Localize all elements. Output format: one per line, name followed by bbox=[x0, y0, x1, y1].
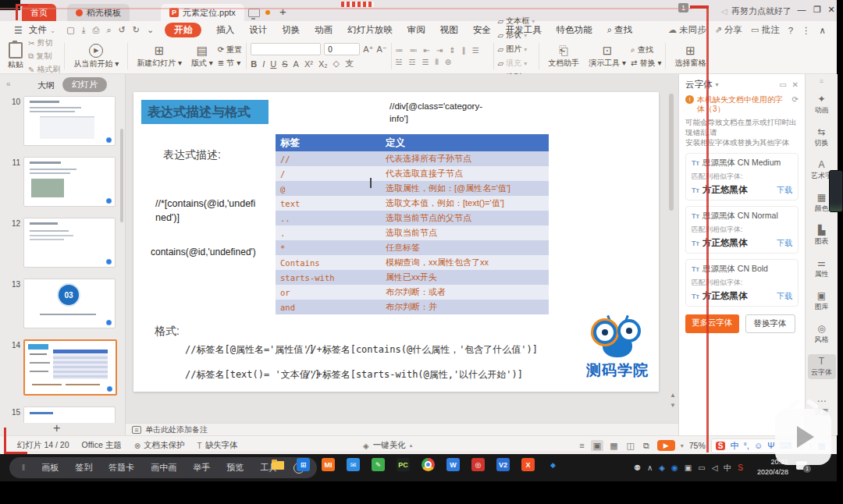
wps-icon[interactable]: W bbox=[446, 458, 460, 471]
screenrec-tray-icon[interactable]: ▣ bbox=[685, 463, 692, 472]
teaching-tool-button[interactable]: 答题卡 bbox=[108, 462, 134, 474]
canvas-scrollbar[interactable] bbox=[669, 94, 674, 211]
line-spacing-icon[interactable]: ⇕ bbox=[449, 46, 455, 55]
justify-icon[interactable]: ☰ bbox=[422, 58, 429, 67]
file-menu[interactable]: 文件 bbox=[29, 24, 47, 36]
xpath-example-text[interactable]: //*[contains(@id,'undefi ned')] bbox=[155, 197, 277, 225]
presentation-tools-button[interactable]: ⊡ 演示工具 ▾ bbox=[584, 41, 631, 72]
teaching-tool-button[interactable]: 举手 bbox=[193, 462, 210, 474]
teaching-tool-button[interactable]: 签到 bbox=[75, 462, 92, 474]
print-icon[interactable]: ⎙ bbox=[93, 25, 100, 35]
redo-icon[interactable]: ↻ bbox=[133, 25, 140, 35]
ms-store-icon[interactable]: ⊞ bbox=[297, 458, 310, 471]
collapse-ribbon-icon[interactable]: ∧ bbox=[820, 25, 826, 36]
location-tray-icon[interactable]: ◉ bbox=[671, 463, 678, 472]
layout-button[interactable]: ▤ 版式 ▾ bbox=[187, 41, 218, 72]
volume-tray-icon[interactable]: ◁ bbox=[712, 463, 718, 472]
panel-chart[interactable]: ▙ 图表 bbox=[808, 223, 836, 248]
decrease-font-icon[interactable]: A⁻ bbox=[376, 44, 386, 55]
punctuation-icon[interactable]: °, bbox=[743, 441, 749, 450]
slides-tab[interactable]: 幻灯片 bbox=[62, 77, 107, 92]
slide-page[interactable]: 表达式描述与格式 //div[@class='category- info'] … bbox=[133, 92, 659, 392]
find-button[interactable]: ⌕查找 bbox=[631, 44, 661, 55]
contains-example-text[interactable]: contains(@id,'undefined') bbox=[151, 247, 256, 257]
notes-toggle-icon[interactable]: ≡ bbox=[577, 440, 586, 451]
menu-item[interactable]: 特色功能 bbox=[557, 24, 592, 36]
chevron-up-icon[interactable]: ∧ bbox=[647, 463, 653, 472]
lang-tray-indicator[interactable]: 中 bbox=[724, 463, 731, 474]
missing-font-indicator[interactable]: T 缺失字体 bbox=[197, 440, 238, 451]
help-button[interactable]: ? bbox=[788, 26, 793, 35]
mic-icon[interactable]: Ψ bbox=[767, 441, 774, 450]
insert-button[interactable]: ▱ 文本框 ▾ bbox=[498, 16, 535, 27]
panel-style[interactable]: ◎ 风格 bbox=[808, 321, 836, 346]
menu-item[interactable]: 视图 bbox=[440, 24, 458, 36]
indent-increase-icon[interactable]: ⇥ bbox=[436, 46, 443, 55]
slideshow-view-icon[interactable]: ⧉ bbox=[641, 440, 652, 452]
capture-app-icon[interactable]: ◎ bbox=[471, 458, 485, 471]
teaching-tool-button[interactable]: 画中画 bbox=[151, 462, 176, 474]
slide-thumbnail-card[interactable] bbox=[23, 96, 116, 146]
font-card[interactable]: Tт 思源黑体 CN Bold 匹配到相似字体: Tт 方正悠黑体 下载 bbox=[685, 259, 799, 307]
format-label[interactable]: 格式: bbox=[155, 325, 180, 339]
add-slide-button[interactable]: + bbox=[53, 421, 60, 435]
file-explorer-icon[interactable] bbox=[272, 458, 285, 471]
slide-thumbnail-card[interactable] bbox=[23, 218, 116, 268]
font-style-button[interactable]: ◇ bbox=[333, 59, 339, 69]
comment-button[interactable]: ▭ 批注 bbox=[751, 24, 780, 36]
export-icon[interactable]: ⤓ bbox=[82, 25, 86, 35]
xpath-table[interactable]: 标签 定义 // 代表选择所有子孙节点 bbox=[276, 134, 549, 314]
more-cloud-fonts-button[interactable]: 更多云字体 bbox=[685, 314, 739, 333]
slide-thumbnail-card[interactable]: 03 bbox=[23, 279, 116, 328]
panel-transition[interactable]: ⇆ 切换 bbox=[808, 125, 836, 150]
tab-docker-template[interactable]: 稻壳模板 bbox=[67, 4, 130, 21]
align-center-icon[interactable]: ☱ bbox=[396, 58, 403, 67]
indent-decrease-icon[interactable]: ⇤ bbox=[424, 46, 430, 55]
tab-home[interactable]: 首页 bbox=[22, 4, 56, 21]
menu-item[interactable]: 插入 bbox=[216, 24, 234, 36]
menu-item[interactable]: 设计 bbox=[249, 24, 267, 36]
drag-handle-icon[interactable]: ‖ bbox=[22, 463, 25, 472]
people-tray-icon[interactable]: ⚉ bbox=[634, 463, 641, 472]
notes-placeholder[interactable]: 单击此处添加备注 bbox=[145, 424, 208, 435]
protection-indicator[interactable]: ⊗ 文档未保护 bbox=[134, 440, 185, 451]
menu-find[interactable]: ⌕ 查找 bbox=[607, 24, 632, 36]
notes-app-icon[interactable]: ✎ bbox=[372, 458, 385, 471]
section-button[interactable]: ≣节 ▾ bbox=[218, 58, 242, 69]
menu-item[interactable]: 安全 bbox=[473, 24, 491, 36]
hamburger-icon[interactable]: ☰ bbox=[14, 25, 23, 36]
emoji-icon[interactable]: ☺ bbox=[754, 441, 763, 450]
format-painter-button[interactable]: ✎格式刷 bbox=[28, 64, 60, 75]
panel-cloud-fonts[interactable]: T 云字体 bbox=[808, 354, 836, 379]
zoom-level[interactable]: 75% bbox=[689, 441, 706, 450]
slide-title-box[interactable]: 表达式描述与格式 bbox=[141, 100, 269, 124]
collapse-sidebar-icon[interactable]: « bbox=[6, 80, 11, 88]
refresh-icon[interactable]: ⟳ bbox=[792, 95, 799, 105]
download-link[interactable]: 下载 bbox=[777, 238, 792, 249]
outline-tab[interactable]: 大纲 bbox=[37, 80, 55, 91]
play-caret-icon[interactable]: ▾ bbox=[681, 442, 684, 449]
font-size-input[interactable]: 0 bbox=[324, 43, 360, 55]
sorter-view-icon[interactable]: ▦ bbox=[607, 440, 620, 452]
download-link[interactable]: 下载 bbox=[777, 291, 792, 302]
read-view-icon[interactable]: ◫ bbox=[624, 440, 637, 452]
font-style-button[interactable]: 支 bbox=[345, 58, 354, 69]
pycharm-icon[interactable]: PC bbox=[397, 458, 410, 471]
insert-button[interactable]: ▱ 形状 ▾ bbox=[498, 30, 535, 41]
replace-button[interactable]: ⇄替换 ▾ bbox=[631, 58, 661, 69]
replace-font-button[interactable]: 替换字体 bbox=[745, 314, 795, 333]
mail-icon[interactable]: ✉ bbox=[347, 458, 360, 471]
save-icon[interactable]: ▢ bbox=[66, 25, 74, 35]
floating-code-text[interactable]: //div[@class='category- info'] bbox=[389, 100, 507, 125]
next-slide-icon[interactable]: ▼ bbox=[670, 402, 676, 409]
cube-tray-icon[interactable]: ◈ bbox=[659, 463, 665, 472]
panel-feedback-icon[interactable]: ▭ bbox=[779, 80, 786, 89]
file-caret-icon[interactable]: ⌄ bbox=[50, 27, 56, 34]
sogou-tray-icon[interactable]: S bbox=[738, 463, 743, 472]
slideshow-play-button[interactable]: ▶ bbox=[657, 440, 675, 451]
xiaomi-icon[interactable]: MI bbox=[322, 458, 335, 471]
panel-close-icon[interactable]: ✕ bbox=[792, 80, 799, 89]
panel-properties[interactable]: ⚌ 属性 bbox=[808, 256, 836, 281]
slide-thumbnail[interactable]: 12 bbox=[0, 218, 117, 268]
menu-item[interactable]: 开始 bbox=[165, 23, 201, 37]
